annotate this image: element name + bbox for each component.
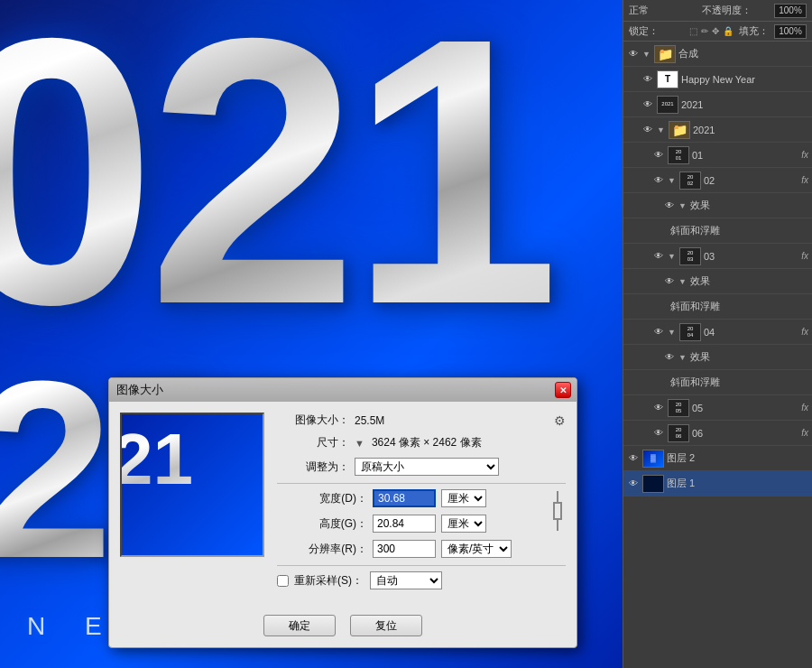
size-value: 25.5M — [355, 414, 549, 427]
width-unit-select[interactable]: 厘米 — [441, 489, 486, 507]
resample-select[interactable]: 自动 — [370, 571, 442, 589]
eye-icon[interactable]: 👁 — [652, 174, 665, 187]
layer-item-04-bevel[interactable]: 斜面和浮雕 — [623, 370, 812, 395]
layer-item-03-bevel[interactable]: 斜面和浮雕 — [623, 294, 812, 320]
expand-icon[interactable]: ▼ — [678, 353, 687, 362]
res-input[interactable] — [373, 540, 436, 558]
eye-icon[interactable]: 👁 — [641, 98, 654, 111]
image-size-dialog: 图像大小 ✕ 21 图像大小： 25.5M ⚙ 尺寸： ▼ 3624 像素 × … — [108, 377, 577, 648]
height-unit-select[interactable]: 厘米 — [441, 515, 486, 533]
layer-item-03[interactable]: 👁 ▼ 2003 03 fx — [623, 244, 812, 269]
layer-item-02[interactable]: 👁 ▼ 2002 02 fx — [623, 168, 812, 193]
layer-thumb-num: 2001 — [668, 146, 689, 164]
layer-item-04[interactable]: 👁 ▼ 2004 04 fx — [623, 320, 812, 345]
expand-icon[interactable]: ▼ — [678, 201, 687, 210]
layer-item-2021top[interactable]: 👁 2021 2021 — [623, 92, 812, 117]
width-input[interactable] — [373, 489, 436, 507]
thumb-content: 2004 — [687, 326, 694, 338]
lock-icon-move[interactable]: ✥ — [712, 26, 719, 36]
layer-name-03: 03 — [704, 251, 798, 262]
ok-button[interactable]: 确定 — [263, 615, 336, 636]
eye-icon[interactable]: 👁 — [641, 73, 654, 86]
eye-icon[interactable]: 👁 — [652, 149, 665, 162]
layer-item-happynewyear[interactable]: 👁 T Happy New Year — [623, 67, 812, 92]
lock-icon-transparent[interactable]: ⬚ — [689, 26, 697, 36]
eye-icon[interactable]: 👁 — [652, 427, 665, 440]
dim-value: 3624 像素 × 2462 像素 — [372, 435, 482, 450]
height-input[interactable] — [373, 515, 436, 533]
layer-item-03-effect[interactable]: 👁 ▼ 效果 — [623, 269, 812, 294]
eye-icon[interactable]: 👁 — [663, 351, 676, 364]
opacity-label: 不透明度： — [702, 4, 771, 17]
layer-name-img1: 图层 1 — [667, 477, 808, 490]
thumb-content: 2001 — [676, 149, 682, 161]
layer-item-04-effect[interactable]: 👁 ▼ 效果 — [623, 345, 812, 370]
opacity-input[interactable] — [774, 4, 807, 18]
layer-item-06[interactable]: 👁 2006 06 fx — [623, 421, 812, 446]
expand-icon[interactable]: ▼ — [678, 277, 687, 286]
resample-checkbox[interactable] — [277, 575, 289, 587]
size-label: 图像大小： — [277, 413, 349, 428]
layer-name-04: 04 — [704, 327, 798, 338]
adjust-select[interactable]: 原稿大小 — [355, 458, 499, 476]
wh-group: 宽度(D)： 厘米 高度(G)： 厘米 — [277, 489, 566, 540]
eye-icon[interactable]: 👁 — [641, 124, 654, 136]
blend-opacity-toolbar: 正常 不透明度： — [623, 0, 812, 22]
adjust-label: 调整为： — [277, 459, 349, 475]
dialog-buttons: 确定 复位 — [109, 608, 577, 647]
layer-item-01[interactable]: 👁 2001 01 fx — [623, 143, 812, 168]
lock-icon-all[interactable]: 🔒 — [723, 26, 734, 36]
lock-icon-paint[interactable]: ✏ — [701, 26, 708, 36]
layer-thumb-num: 2021 — [657, 96, 678, 114]
eye-icon[interactable]: 👁 — [627, 48, 640, 60]
expand-icon[interactable]: ▼ — [642, 50, 651, 59]
expand-icon[interactable]: ▼ — [657, 125, 666, 135]
layer-name-02effect: 效果 — [690, 199, 808, 212]
layer-name-2021top: 2021 — [681, 99, 808, 110]
folder-icon: 📁 — [658, 47, 673, 61]
layer-item-05[interactable]: 👁 2005 05 fx — [623, 395, 812, 421]
folder-icon: 📁 — [672, 123, 687, 137]
eye-icon[interactable]: 👁 — [663, 275, 676, 288]
expand-icon[interactable]: ▼ — [668, 252, 677, 261]
layer-thumb-num: 2002 — [679, 172, 701, 190]
layer-item-02-effect[interactable]: 👁 ▼ 效果 — [623, 193, 812, 218]
dialog-close-button[interactable]: ✕ — [555, 382, 571, 398]
eye-icon[interactable]: 👁 — [652, 250, 665, 263]
expand-icon[interactable]: ▼ — [668, 328, 677, 337]
layers-list[interactable]: 👁 ▼ 📁 合成 👁 T Happy New Year 👁 2021 2021 … — [623, 42, 812, 666]
layer-name-04bevel: 斜面和浮雕 — [670, 376, 808, 389]
eye-icon[interactable]: 👁 — [652, 402, 665, 414]
layer-item-hebing[interactable]: 👁 ▼ 📁 合成 — [623, 42, 812, 67]
reset-button[interactable]: 复位 — [350, 615, 422, 636]
expand-icon[interactable]: ▼ — [668, 176, 677, 185]
eye-icon[interactable]: 👁 — [627, 452, 640, 465]
layer-thumb-num: 2005 — [668, 399, 689, 417]
res-unit-select[interactable]: 像素/英寸 — [441, 540, 512, 558]
layer-item-img2[interactable]: 👁 ▓ 图层 2 — [623, 446, 812, 471]
resample-row: 重新采样(S)： 自动 — [277, 571, 566, 589]
dialog-body: 21 图像大小： 25.5M ⚙ 尺寸： ▼ 3624 像素 × 2462 像素… — [109, 402, 577, 608]
eye-icon[interactable]: 👁 — [652, 326, 665, 339]
separator2 — [277, 565, 566, 566]
layer-name-02bevel: 斜面和浮雕 — [670, 224, 808, 237]
layer-item-2021folder[interactable]: 👁 ▼ 📁 2021 — [623, 117, 812, 143]
thumb-content: 2021 — [661, 101, 673, 107]
layer-thumb-img2: ▓ — [642, 450, 664, 468]
layer-name-2021folder: 2021 — [693, 125, 808, 135]
dim-dropdown-icon[interactable]: ▼ — [355, 438, 364, 449]
dialog-preview-text: 21 — [120, 423, 193, 496]
dim-row: 尺寸： ▼ 3624 像素 × 2462 像素 — [277, 435, 566, 450]
height-label: 高度(G)： — [277, 516, 367, 532]
settings-icon[interactable]: ⚙ — [554, 413, 566, 428]
eye-icon[interactable]: 👁 — [627, 478, 640, 490]
res-row: 分辨率(R)： 像素/英寸 — [277, 540, 566, 558]
eye-icon[interactable]: 👁 — [663, 199, 676, 212]
layer-name-03bevel: 斜面和浮雕 — [670, 300, 808, 313]
layer-item-img1[interactable]: 👁 图层 1 — [623, 471, 812, 496]
resample-label: 重新采样(S)： — [294, 573, 363, 589]
adjust-row: 调整为： 原稿大小 — [277, 458, 566, 476]
fill-input[interactable] — [774, 24, 807, 39]
layer-item-02-bevel[interactable]: 斜面和浮雕 — [623, 218, 812, 244]
layer-name-04effect: 效果 — [690, 350, 808, 364]
